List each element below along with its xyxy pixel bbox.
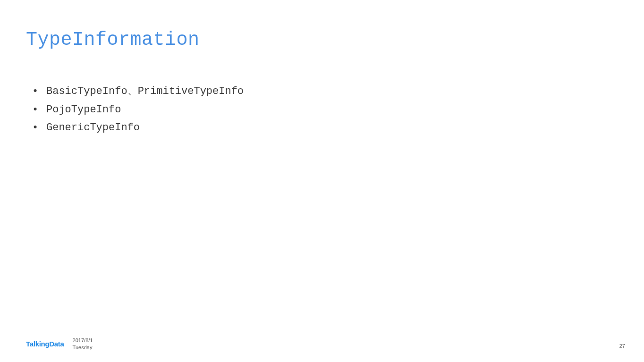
slide-title: TypeInformation <box>26 29 200 51</box>
date-text: 2017/8/1 <box>73 337 93 344</box>
date-block: 2017/8/1 Tuesday <box>73 337 93 351</box>
page-number: 27 <box>619 343 625 349</box>
day-text: Tuesday <box>73 344 93 351</box>
bullet-list: BasicTypeInfo、PrimitiveTypeInfo PojoType… <box>32 83 244 137</box>
list-item: PojoTypeInfo <box>32 101 244 119</box>
logo: TalkingData <box>26 340 64 348</box>
footer: TalkingData 2017/8/1 Tuesday <box>26 337 93 351</box>
list-item: GenericTypeInfo <box>32 119 244 137</box>
list-item: BasicTypeInfo、PrimitiveTypeInfo <box>32 83 244 101</box>
